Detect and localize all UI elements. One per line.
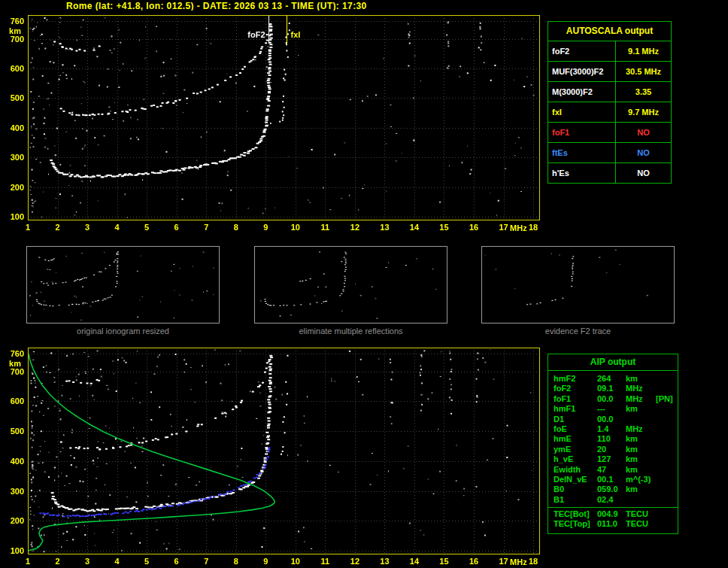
aip-param-label: Ewidth xyxy=(548,465,597,475)
autoscala-param-value: 9.7 MHz xyxy=(616,102,671,122)
panel-evidence-f2-canvas xyxy=(481,246,675,323)
aip-param-unit: TECU xyxy=(626,509,656,519)
aip-param-value: 09.1 xyxy=(597,384,626,393)
bottom-ionogram-canvas xyxy=(0,342,544,568)
aip-row-d1: D100.0 xyxy=(548,415,678,424)
top-ionogram-canvas xyxy=(0,11,544,238)
autoscala-param-value: 9.1 MHz xyxy=(616,41,671,61)
aip-param-label: hmF1 xyxy=(548,404,597,414)
aip-param-unit: MHz xyxy=(626,394,656,404)
aip-output-table: AIP output hmF2264kmfoF209.1MHzfoF100.0M… xyxy=(548,354,678,534)
aip-row-foe: foE1.4MHz xyxy=(548,424,678,434)
aip-param-unit: MHz xyxy=(626,384,656,393)
aip-param-unit: km xyxy=(626,454,656,464)
panel-evidence-f2-caption: evidence F2 trace xyxy=(481,327,675,336)
aip-param-note: [PN] xyxy=(656,394,678,404)
aip-param-label: hmF2 xyxy=(548,374,597,384)
aip-row-ewidth: Ewidth47km xyxy=(548,465,678,475)
autoscala-param-label: foF2 xyxy=(548,41,616,61)
aip-row-b1: B102.4 xyxy=(548,495,678,505)
aip-param-value: --- xyxy=(597,404,626,414)
aip-param-value: 1.4 xyxy=(597,424,626,434)
aip-param-unit: m^(-3) xyxy=(626,475,656,484)
aip-param-label: TEC[Bot] xyxy=(548,509,597,519)
aip-param-unit: km xyxy=(626,374,656,384)
aip-param-unit: km xyxy=(626,445,656,454)
aip-row-b0: B0059.0km xyxy=(548,484,678,494)
aip-param-label: D1 xyxy=(548,415,597,424)
aip-param-label: foF2 xyxy=(548,384,597,393)
aip-param-label: ymE xyxy=(548,445,597,454)
aip-param-note xyxy=(656,424,678,434)
autoscala-param-value: NO xyxy=(616,143,671,163)
autoscala-param-label: MUF(3000)F2 xyxy=(548,62,616,81)
aip-table-title: AIP output xyxy=(548,354,678,371)
autoscala-row-m3000f2: M(3000)F23.35 xyxy=(548,82,671,102)
autoscala-output-table: AUTOSCALA output foF29.1 MHzMUF(3000)F23… xyxy=(548,21,672,184)
autoscala-table-title: AUTOSCALA output xyxy=(548,22,671,41)
aip-param-note xyxy=(656,415,678,424)
aip-row-hme: hmE110km xyxy=(548,434,678,444)
aip-row-hmf2: hmF2264km xyxy=(548,374,678,384)
aip-param-note xyxy=(656,404,678,414)
autoscala-row-fof1: foF1NO xyxy=(548,123,671,143)
aip-param-label: h_vE xyxy=(548,454,597,464)
aip-param-note xyxy=(656,484,678,494)
aip-param-note xyxy=(656,454,678,464)
aip-param-note xyxy=(656,445,678,454)
autoscala-row-fxi: fxI9.7 MHz xyxy=(548,102,671,123)
aip-param-note xyxy=(656,384,678,393)
autoscala-param-value: 30.5 MHz xyxy=(616,62,671,81)
aip-param-value: 02.4 xyxy=(597,495,626,505)
aip-param-label: B1 xyxy=(548,495,597,505)
autoscala-table-rows: foF29.1 MHzMUF(3000)F230.5 MHzM(3000)F23… xyxy=(548,41,671,183)
autoscala-row-muf3000f2: MUF(3000)F230.5 MHz xyxy=(548,62,671,82)
autoscala-param-label: h'Es xyxy=(548,163,616,183)
aip-param-value: 264 xyxy=(597,374,626,384)
aip-param-label: TEC[Top] xyxy=(548,519,597,529)
page-title: Rome (lat: +41.8, lon: 012.5) - DATE: 20… xyxy=(66,1,367,11)
aip-param-label: foF1 xyxy=(548,394,597,404)
aip-param-unit xyxy=(626,495,656,505)
aip-param-unit xyxy=(626,415,656,424)
autoscala-row-fof2: foF29.1 MHz xyxy=(548,41,671,62)
aip-param-value: 059.0 xyxy=(597,484,626,494)
aip-param-unit: TECU xyxy=(626,519,656,529)
aip-param-unit: MHz xyxy=(626,424,656,434)
aip-param-value: 004.9 xyxy=(597,509,626,519)
aip-param-unit: km xyxy=(626,484,656,494)
aip-param-label: B0 xyxy=(548,484,597,494)
aip-param-note xyxy=(656,374,678,384)
aip-param-label: hmE xyxy=(548,434,597,444)
aip-param-unit: km xyxy=(626,434,656,444)
aip-param-label: foE xyxy=(548,424,597,434)
panel-eliminate-reflections-caption: eliminate multiple reflections xyxy=(254,327,447,336)
aip-param-value: 00.0 xyxy=(597,394,626,404)
aip-param-note xyxy=(656,465,678,475)
panel-original-caption: original ionogram resized xyxy=(26,327,220,336)
autoscala-param-value: 3.35 xyxy=(616,82,671,102)
aip-param-unit: km xyxy=(626,465,656,475)
aip-row-fof2: foF209.1MHz xyxy=(548,384,678,393)
aip-row-fof1: foF100.0MHz[PN] xyxy=(548,394,678,404)
aip-param-unit: km xyxy=(626,404,656,414)
aip-param-value: 20 xyxy=(597,445,626,454)
autoscala-row-ftes: ftEsNO xyxy=(548,143,671,163)
aip-param-note xyxy=(656,475,678,484)
autoscala-param-value: NO xyxy=(616,123,671,142)
aip-row-hmf1: hmF1---km xyxy=(548,404,678,414)
aip-param-label: DelN_vE xyxy=(548,475,597,484)
aip-param-value: 110 xyxy=(597,434,626,444)
aip-param-value: 127 xyxy=(597,454,626,464)
aip-row-hve: h_vE127km xyxy=(548,454,678,464)
aip-row-tecbot: TEC[Bot]004.9TECU xyxy=(548,507,678,519)
aip-param-value: 011.0 xyxy=(597,519,626,529)
aip-param-value: 00.1 xyxy=(597,475,626,484)
autoscala-param-label: foF1 xyxy=(548,123,616,142)
autoscala-param-label: ftEs xyxy=(548,143,616,163)
autoscala-param-label: M(3000)F2 xyxy=(548,82,616,102)
aip-param-note xyxy=(656,495,678,505)
aip-row-tectop: TEC[Top]011.0TECU xyxy=(548,519,678,529)
aip-param-value: 47 xyxy=(597,465,626,475)
aip-row-yme: ymE20km xyxy=(548,445,678,454)
